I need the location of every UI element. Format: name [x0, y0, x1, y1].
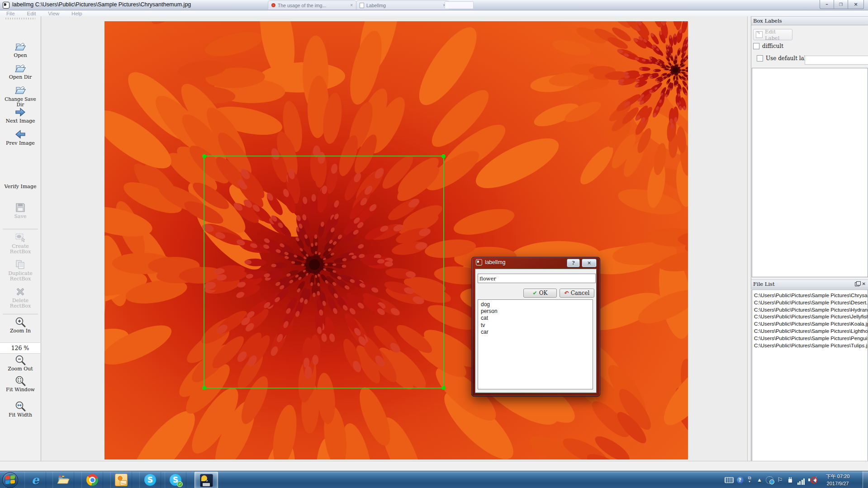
use-default-label-checkbox[interactable]: [757, 55, 763, 62]
open-button[interactable]: Open: [0, 41, 41, 58]
ghost-browser-tab-2[interactable]: LabelImg ×: [356, 0, 449, 10]
tray-window-icon[interactable]: ⧉▾: [745, 473, 754, 487]
close-panel-icon[interactable]: ✕: [862, 282, 866, 286]
restore-icon: ❐: [839, 2, 843, 7]
bbox-handle-topright[interactable]: [441, 154, 446, 158]
annotation-bbox[interactable]: [204, 156, 444, 389]
create-rectbox-button[interactable]: Create RectBox: [0, 232, 41, 255]
undo-arrow-icon: ↶: [564, 290, 569, 296]
taskbar-ie-button[interactable]: e: [24, 472, 46, 488]
label-dialog[interactable]: labelImg ? × ✔ OK ↶ Cancel dog person ca…: [471, 257, 600, 397]
file-list-item[interactable]: C:\Users\Public\Pictures\Sample Pictures…: [752, 342, 868, 350]
chrome-icon: [86, 474, 98, 486]
file-list-item[interactable]: C:\Users\Public\Pictures\Sample Pictures…: [752, 292, 868, 299]
clock-time: 下午 07:20: [820, 473, 856, 480]
file-list-item[interactable]: C:\Users\Public\Pictures\Sample Pictures…: [752, 328, 868, 335]
use-default-label-row: Use default label: [757, 55, 812, 62]
ghost-tab-fragment: [445, 1, 474, 9]
ghost-browser-tab-1[interactable]: The usage of the img... ×: [268, 0, 356, 10]
show-desktop-button[interactable]: [863, 471, 868, 488]
label-text-input[interactable]: [478, 274, 596, 283]
label-option[interactable]: dog: [478, 301, 593, 308]
change-save-dir-button[interactable]: Change Save Dir: [0, 84, 41, 107]
next-image-button[interactable]: Next Image: [0, 106, 41, 124]
tray-power-plug-icon[interactable]: [786, 475, 795, 485]
verify-image-button[interactable]: Verify Image: [0, 184, 41, 190]
tray-skype-icon[interactable]: [764, 475, 774, 485]
prev-arrow-icon: [14, 128, 26, 140]
zoom-in-button[interactable]: Zoom In: [0, 316, 41, 334]
open-dir-button[interactable]: Open Dir: [0, 62, 41, 80]
window-titlebar[interactable]: labelImg C:\Users\Public\Pictures\Sample…: [0, 0, 868, 10]
ok-button[interactable]: ✔ OK: [523, 289, 557, 298]
box-labels-header[interactable]: Box Labels: [751, 16, 868, 25]
duplicate-rectbox-button[interactable]: Duplicate RectBox: [0, 259, 41, 282]
label-option[interactable]: person: [478, 308, 593, 315]
box-labels-list[interactable]: [752, 68, 868, 277]
label-option[interactable]: car: [478, 329, 593, 336]
file-list-item[interactable]: C:\Users\Public\Pictures\Sample Pictures…: [752, 313, 868, 321]
taskbar-chrome-button[interactable]: [81, 472, 103, 488]
dialog-titlebar[interactable]: labelImg: [476, 259, 505, 265]
tray-show-hidden-icons[interactable]: ▲: [755, 475, 764, 485]
fit-window-button[interactable]: Fit Window: [0, 375, 41, 393]
labelimg-app-icon: [3, 2, 9, 9]
file-list-header[interactable]: File List ✕: [751, 280, 868, 289]
label-option[interactable]: cat: [478, 315, 593, 322]
tray-network-signal-icon[interactable]: [796, 476, 806, 485]
delete-rectbox-button[interactable]: Delete RectBox: [0, 286, 41, 309]
menu-view[interactable]: View: [48, 11, 59, 16]
taskbar-explorer-button[interactable]: [52, 472, 74, 488]
tray-keyboard-icon[interactable]: [724, 475, 734, 485]
file-list-item[interactable]: C:\Users\Public\Pictures\Sample Pictures…: [752, 321, 868, 328]
save-button[interactable]: Save: [0, 202, 41, 219]
tray-volume-muted-icon[interactable]: [807, 475, 818, 485]
tray-help-icon[interactable]: ?: [735, 475, 745, 485]
dialog-close-button[interactable]: ×: [582, 259, 597, 267]
cancel-button[interactable]: ↶ Cancel: [560, 289, 594, 298]
file-list-item[interactable]: C:\Users\Public\Pictures\Sample Pictures…: [752, 299, 868, 307]
file-list-item[interactable]: C:\Users\Public\Pictures\Sample Pictures…: [752, 307, 868, 314]
window-title: labelImg C:\Users\Public\Pictures\Sample…: [12, 1, 191, 8]
start-button[interactable]: [2, 472, 18, 488]
close-button[interactable]: ×: [848, 0, 864, 9]
tray-action-center-flag-icon[interactable]: ⚐: [775, 474, 784, 485]
label-options-list[interactable]: dog person cat tv car: [478, 299, 593, 389]
taskbar-labelimg-button[interactable]: ›: [194, 472, 218, 488]
difficult-checkbox[interactable]: [753, 43, 759, 49]
zoom-out-button[interactable]: Zoom Out: [0, 354, 41, 372]
menu-edit[interactable]: Edit: [27, 11, 36, 16]
zoom-percent-spinbox[interactable]: 126 %: [0, 342, 40, 354]
taskbar-outlook-button[interactable]: [110, 472, 132, 488]
prev-image-button[interactable]: Prev Image: [0, 128, 41, 146]
dialog-help-button[interactable]: ?: [567, 259, 580, 267]
save-floppy-icon: [14, 202, 26, 213]
check-icon: ✔: [533, 290, 537, 296]
fit-width-button[interactable]: Fit Width: [0, 400, 41, 418]
bbox-handle-topleft[interactable]: [202, 154, 206, 158]
restore-button[interactable]: ❐: [834, 0, 848, 9]
menu-file[interactable]: File: [6, 11, 15, 16]
menu-help[interactable]: Help: [71, 11, 82, 16]
image-canvas[interactable]: [41, 16, 747, 461]
file-list[interactable]: C:\Users\Public\Pictures\Sample Pictures…: [752, 289, 868, 464]
edit-label-button[interactable]: Edit Label: [753, 29, 792, 40]
taskbar-clock[interactable]: 下午 07:20 2017/9/27: [820, 473, 856, 487]
skype-icon: S: [144, 474, 156, 486]
default-label-input[interactable]: [805, 56, 868, 65]
minimize-button[interactable]: –: [820, 0, 834, 9]
toolbar-drag-handle[interactable]: [5, 18, 35, 19]
taskbar-skype2-button[interactable]: S ✓: [165, 472, 186, 488]
taskbar-skype-button[interactable]: S: [139, 472, 161, 488]
bbox-handle-bottomleft[interactable]: [202, 386, 206, 390]
right-panel: Box Labels Edit Label difficult Use defa…: [751, 16, 868, 461]
next-arrow-icon: [14, 106, 26, 118]
difficult-row: difficult: [753, 43, 783, 49]
ghost-tab-close-icon[interactable]: ×: [350, 3, 353, 8]
ghost-tab-label: The usage of the img...: [278, 3, 326, 8]
bbox-handle-bottomright[interactable]: [441, 386, 446, 390]
float-panel-icon[interactable]: [855, 282, 859, 286]
fit-width-icon: [14, 400, 26, 412]
file-list-item[interactable]: C:\Users\Public\Pictures\Sample Pictures…: [752, 335, 868, 342]
label-option[interactable]: tv: [478, 322, 593, 329]
